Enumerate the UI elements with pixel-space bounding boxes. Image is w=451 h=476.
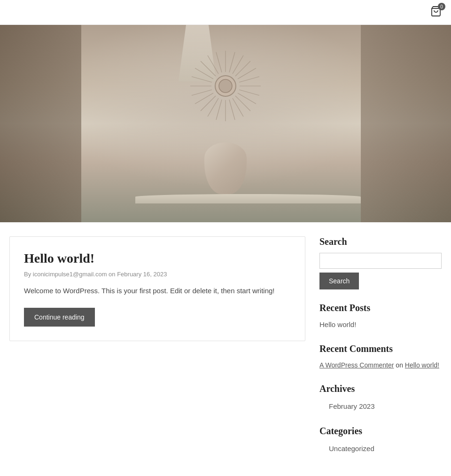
svg-line-14 <box>239 90 259 95</box>
cart-count: 0 <box>438 3 445 10</box>
svg-line-10 <box>229 100 235 120</box>
svg-line-18 <box>238 93 256 104</box>
article-title: Hello world! <box>24 251 291 266</box>
hero-sunburst <box>188 48 263 124</box>
svg-line-5 <box>201 61 216 76</box>
svg-line-17 <box>195 68 213 79</box>
svg-line-15 <box>192 90 212 95</box>
archives-heading: Archives <box>319 383 442 394</box>
svg-line-20 <box>195 93 213 104</box>
svg-line-24 <box>208 98 218 117</box>
archives-section: Archives February 2023 <box>319 383 442 413</box>
recent-posts-section: Recent Posts Hello world! <box>319 303 442 330</box>
comment-post-link[interactable]: Hello world! <box>405 361 439 369</box>
comment-author-link[interactable]: A WordPress Commenter <box>319 361 394 369</box>
article-excerpt: Welcome to WordPress. This is your first… <box>24 285 291 297</box>
categories-item[interactable]: Uncategorized <box>319 442 442 455</box>
recent-comments-heading: Recent Comments <box>319 343 442 354</box>
cart-button[interactable]: 0 <box>430 6 442 19</box>
svg-line-9 <box>216 52 222 72</box>
search-section: Search Search <box>319 236 442 289</box>
search-heading: Search <box>319 236 442 247</box>
categories-heading: Categories <box>319 426 442 437</box>
svg-point-26 <box>219 79 232 93</box>
main-content: Hello world! By iconicimpulse1@gmail.com… <box>0 236 451 468</box>
svg-line-21 <box>208 55 218 74</box>
hero-left-panel <box>0 25 81 222</box>
recent-comments-section: Recent Comments A WordPress Commenter on… <box>319 343 442 370</box>
sidebar: Search Search Recent Posts Hello world! … <box>319 236 442 468</box>
hero-vase <box>204 142 247 194</box>
svg-line-6 <box>235 96 250 111</box>
categories-section: Categories Uncategorized <box>319 426 442 455</box>
hero-image <box>0 25 451 222</box>
header: 0 <box>0 0 451 25</box>
article-card: Hello world! By iconicimpulse1@gmail.com… <box>9 236 305 341</box>
svg-line-7 <box>235 61 250 76</box>
svg-line-16 <box>239 77 259 82</box>
svg-line-12 <box>216 100 222 120</box>
svg-line-22 <box>233 98 243 117</box>
svg-line-19 <box>238 68 256 79</box>
hero-table <box>135 194 361 203</box>
comment-preposition: on <box>396 361 404 369</box>
hero-right-panel <box>361 25 451 222</box>
recent-post-link[interactable]: Hello world! <box>319 319 442 330</box>
recent-comments-text: A WordPress Commenter on Hello world! <box>319 360 442 370</box>
recent-posts-heading: Recent Posts <box>319 303 442 313</box>
archives-item[interactable]: February 2023 <box>319 400 442 413</box>
continue-reading-button[interactable]: Continue reading <box>24 308 95 327</box>
search-input[interactable] <box>319 253 442 269</box>
svg-line-8 <box>201 96 216 111</box>
svg-line-23 <box>233 55 243 74</box>
svg-line-13 <box>192 77 212 82</box>
svg-line-11 <box>229 52 235 72</box>
search-button[interactable]: Search <box>319 273 359 289</box>
article-meta: By iconicimpulse1@gmail.com on February … <box>24 271 291 278</box>
